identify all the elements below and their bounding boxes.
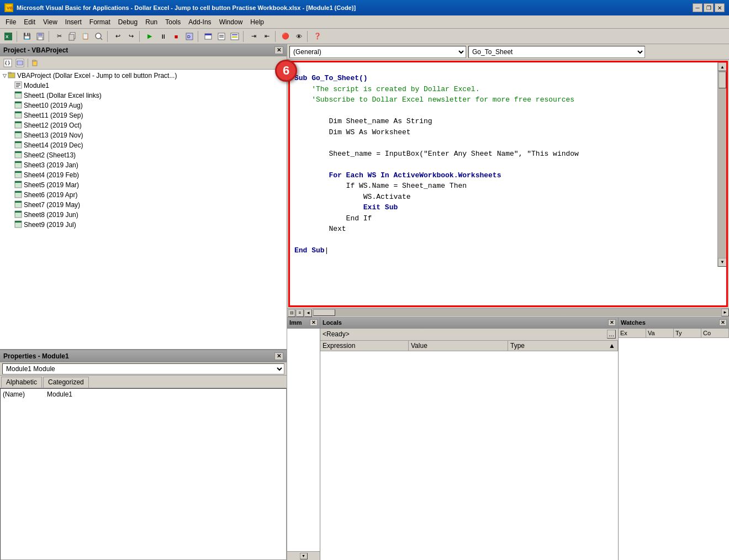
code-vscrollbar[interactable]: ▲ ▼: [717, 62, 726, 267]
immediate-close[interactable]: ✕: [310, 319, 318, 326]
toggle-folders-btn[interactable]: [31, 58, 42, 68]
tree-sheet3[interactable]: Sheet3 (2019 Jan): [1, 160, 286, 170]
h-scroll-track[interactable]: [313, 309, 721, 316]
properties-panel-close[interactable]: ✕: [274, 352, 283, 360]
split-btn[interactable]: ⊟: [288, 309, 295, 317]
locals-dots[interactable]: ...: [607, 330, 616, 339]
menu-edit[interactable]: Edit: [20, 17, 39, 27]
toolbar-design-mode[interactable]: D: [183, 30, 196, 43]
svg-rect-42: [15, 131, 22, 133]
tree-sheet8[interactable]: Sheet8 (2019 Jun): [1, 210, 286, 220]
menu-debug[interactable]: Debug: [115, 17, 141, 27]
view-object-btn[interactable]: [14, 58, 25, 68]
project-toolbar: {}: [0, 56, 287, 70]
menu-tools[interactable]: Tools: [162, 17, 184, 27]
tree-sheet11-label: Sheet11 (2019 Sep): [24, 112, 83, 119]
menu-file[interactable]: File: [2, 17, 19, 27]
sheet-icon-9: [14, 220, 22, 229]
toolbar-indent[interactable]: ⇥: [247, 30, 260, 43]
menu-addins[interactable]: Add-Ins: [185, 17, 214, 27]
svg-rect-40: [15, 121, 22, 123]
tree-sheet10[interactable]: Sheet10 (2019 Aug): [1, 101, 286, 110]
toolbar-redo[interactable]: ↪: [125, 30, 137, 43]
tree-root[interactable]: ▽ VBAProject (Dollar Excel - Jump to cel…: [1, 71, 286, 81]
tree-sheet9[interactable]: Sheet9 (2019 Jul): [1, 220, 286, 230]
toolbar-help[interactable]: ❓: [311, 30, 324, 43]
svg-rect-38: [15, 112, 22, 113]
general-select[interactable]: (General): [289, 46, 466, 58]
scroll-right-btn[interactable]: ►: [721, 309, 729, 316]
toolbar-copy[interactable]: [66, 30, 78, 43]
toolbar-run[interactable]: ▶: [144, 30, 156, 43]
minimize-button[interactable]: ─: [693, 3, 702, 12]
split-btn-3[interactable]: ◄: [304, 309, 312, 317]
prop-module-bar: Module1 Module: [0, 362, 287, 376]
watches-col-ty: Ty: [674, 329, 701, 337]
h-scroll-thumb[interactable]: [313, 309, 335, 316]
tab-alphabetic[interactable]: Alphabetic: [1, 377, 42, 388]
watches-columns: Ex Va Ty Co: [619, 329, 729, 338]
menu-run[interactable]: Run: [142, 17, 161, 27]
scroll-down-btn[interactable]: ▼: [718, 258, 726, 267]
toolbar-paste[interactable]: 📋: [80, 30, 92, 43]
watches-close[interactable]: ✕: [719, 319, 727, 326]
menu-format[interactable]: Format: [86, 17, 114, 27]
toolbar-module[interactable]: [215, 30, 228, 43]
menu-view[interactable]: View: [40, 17, 61, 27]
split-btn-2[interactable]: ≡: [296, 309, 304, 317]
locals-close[interactable]: ✕: [608, 319, 616, 326]
toolbar-undo[interactable]: ↩: [112, 30, 124, 43]
toolbar-outdent[interactable]: ⇤: [261, 30, 273, 43]
left-panel: Project - VBAProject ✕ {} ▽: [0, 44, 287, 560]
menu-insert[interactable]: Insert: [62, 17, 85, 27]
view-code-btn[interactable]: {}: [2, 58, 13, 68]
module-select[interactable]: Module1 Module: [2, 363, 284, 374]
menu-bar: File Edit View Insert Format Debug Run T…: [0, 15, 729, 29]
toolbar-save[interactable]: 💾: [21, 30, 33, 43]
toolbar-stop[interactable]: ■: [170, 30, 182, 43]
toolbar-cut[interactable]: ✂: [53, 30, 65, 43]
procedure-select[interactable]: Go_To_Sheet: [468, 46, 645, 58]
toolbar-save-2[interactable]: [34, 30, 46, 43]
tree-sheet2[interactable]: Sheet2 (Sheet13): [1, 150, 286, 160]
code-editor[interactable]: Sub Go_To_Sheet() 'The script is created…: [290, 62, 717, 267]
imm-scroll-down[interactable]: ▼: [300, 553, 308, 559]
expand-root[interactable]: ▽: [1, 72, 8, 79]
tab-categorized[interactable]: Categorized: [43, 377, 89, 388]
svg-rect-46: [15, 151, 22, 153]
scroll-track[interactable]: [718, 71, 726, 258]
title-bar-left: VB Microsoft Visual Basic for Applicatio…: [4, 3, 356, 12]
tree-sheet1[interactable]: Sheet1 (Dollar Excel links): [1, 91, 286, 101]
bottom-panels: Imm ✕ ▼ Locals ✕: [287, 317, 729, 561]
toolbar-class[interactable]: [229, 30, 241, 43]
close-button[interactable]: ✕: [715, 3, 725, 12]
toolbar-find[interactable]: [93, 30, 105, 43]
toolbar-pause[interactable]: ⏸: [157, 30, 169, 43]
tree-module1[interactable]: Module1: [1, 81, 286, 91]
project-panel-header: Project - VBAProject ✕: [0, 44, 287, 56]
toolbar-breakpoint[interactable]: 🔴: [279, 30, 292, 43]
sort-asc-icon[interactable]: ▲: [609, 342, 615, 350]
toolbar-sep-1: [17, 31, 19, 42]
menu-window[interactable]: Window: [216, 17, 246, 27]
tree-sheet6[interactable]: Sheet6 (2019 Apr): [1, 190, 286, 200]
scroll-thumb[interactable]: [719, 72, 726, 88]
project-panel-close[interactable]: ✕: [274, 46, 283, 54]
toolbar-watch[interactable]: 👁: [293, 30, 305, 43]
tree-sheet4[interactable]: Sheet4 (2019 Feb): [1, 170, 286, 180]
toolbar-excel-icon[interactable]: X: [2, 30, 14, 43]
tree-sheet7[interactable]: Sheet7 (2019 May): [1, 200, 286, 210]
tree-sheet12[interactable]: Sheet12 (2019 Oct): [1, 120, 286, 130]
tree-sheet5[interactable]: Sheet5 (2019 Mar): [1, 180, 286, 190]
tree-sheet13[interactable]: Sheet13 (2019 Nov): [1, 130, 286, 140]
toolbar-userform[interactable]: [202, 30, 214, 43]
tree-sheet11[interactable]: Sheet11 (2019 Sep): [1, 110, 286, 120]
code-outer: Sub Go_To_Sheet() 'The script is created…: [290, 62, 726, 267]
scroll-up-btn[interactable]: ▲: [718, 62, 726, 71]
tree-sheet14[interactable]: Sheet14 (2019 Dec): [1, 140, 286, 150]
menu-help[interactable]: Help: [247, 17, 267, 27]
restore-button[interactable]: ❐: [704, 3, 714, 12]
toolbar-sep-4: [139, 31, 141, 42]
locals-col-type: Type ▲: [508, 341, 618, 351]
immediate-panel: Imm ✕ ▼: [287, 318, 320, 561]
